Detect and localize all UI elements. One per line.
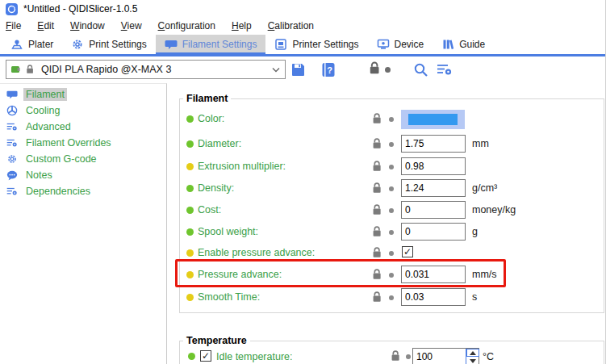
tab-label: Filament Settings	[182, 39, 257, 50]
sidebar-item-label: Filament Overrides	[23, 136, 114, 149]
modified-dot	[186, 207, 194, 214]
lock-icon[interactable]	[372, 204, 382, 215]
sidebar-item-custom-gcode[interactable]: Custom G-code	[0, 151, 166, 167]
sync-dot[interactable]	[389, 295, 394, 300]
sidebar-item-dependencies[interactable]: Dependencies	[0, 183, 166, 199]
density-input[interactable]	[401, 179, 466, 197]
idle-temperature-checkbox[interactable]: ✓	[200, 350, 211, 362]
setting-unit: money/kg	[472, 204, 516, 215]
sync-dot[interactable]	[389, 142, 394, 147]
menu-help[interactable]: Help	[226, 19, 260, 34]
modified-dot	[188, 353, 195, 360]
sidebar-item-filament[interactable]: Filament	[0, 86, 166, 103]
sidebar-item-label: Dependencies	[23, 185, 93, 198]
title-bar: *Untitled - QIDISlicer-1.0.5	[0, 0, 605, 18]
search-icon[interactable]	[413, 62, 428, 80]
chevron-down-icon[interactable]	[272, 67, 280, 73]
tab-print-settings[interactable]: Print Settings	[62, 35, 155, 54]
sync-dot[interactable]	[389, 186, 394, 191]
idle-temperature-input[interactable]	[413, 349, 465, 364]
sidebar-item-filament-overrides[interactable]: Filament Overrides	[0, 135, 166, 151]
sidebar-item-label: Advanced	[23, 120, 73, 133]
color-swatch[interactable]	[401, 110, 465, 129]
lock-icon[interactable]	[372, 269, 382, 280]
setting-unit: °C	[483, 351, 494, 362]
spin-down-button[interactable]	[466, 357, 479, 364]
setting-unit: g/cm³	[472, 182, 497, 194]
modified-dot	[186, 228, 194, 236]
filament-spool-icon	[10, 64, 23, 75]
filament-icon	[6, 89, 18, 100]
help-icon[interactable]: ?	[321, 62, 336, 80]
tab-device[interactable]: Device	[368, 35, 433, 54]
menu-file[interactable]: File	[0, 19, 29, 34]
sync-dot[interactable]	[389, 117, 394, 122]
sidebar-item-cooling[interactable]: Cooling	[0, 103, 166, 119]
setting-unit: mm/s	[472, 269, 497, 280]
sync-dot[interactable]	[385, 67, 391, 73]
diameter-input[interactable]	[401, 135, 466, 153]
setting-row-smooth-time: Smooth Time: s	[180, 288, 604, 308]
menu-configuration[interactable]: Configuration	[153, 19, 224, 34]
menu-edit[interactable]: Edit	[31, 19, 62, 34]
enable-pressure-advance-checkbox[interactable]: ✓	[402, 246, 413, 257]
sidebar-item-advanced[interactable]: Advanced	[0, 119, 166, 135]
setting-label: Idle temperature:	[216, 351, 293, 362]
tab-guide[interactable]: Guide	[433, 35, 494, 54]
pressure-advance-input[interactable]	[401, 266, 466, 283]
lock-icon[interactable]	[369, 61, 380, 77]
preset-combobox[interactable]: QIDI PLA Rapido @X-MAX 3	[6, 60, 286, 79]
lock-icon[interactable]	[372, 182, 382, 194]
sync-dot[interactable]	[389, 208, 394, 213]
smooth-time-input[interactable]	[401, 288, 466, 306]
lock-icon[interactable]	[372, 291, 382, 303]
sync-dot[interactable]	[389, 273, 394, 278]
sync-dot[interactable]	[406, 354, 411, 359]
arrow-up-icon	[470, 351, 476, 355]
settings-sidebar: Filament Cooling Advanced	[0, 83, 167, 364]
setting-unit: s	[472, 291, 477, 303]
lock-icon[interactable]	[372, 138, 382, 149]
extrusion-multiplier-input[interactable]	[401, 157, 466, 175]
setting-row-color: Color:	[180, 110, 604, 129]
modified-dot	[186, 271, 194, 278]
setting-label: Diameter:	[198, 138, 241, 149]
tab-plater[interactable]: Plater	[2, 35, 62, 54]
spin-up-button[interactable]	[466, 349, 479, 357]
lock-icon	[26, 65, 34, 74]
gear-icon	[71, 38, 84, 51]
sync-dot[interactable]	[389, 251, 394, 256]
lock-icon[interactable]	[372, 113, 382, 124]
tab-filament-settings[interactable]: Filament Settings	[156, 35, 266, 54]
color-swatch-value	[408, 114, 458, 125]
setting-label: Pressure advance:	[198, 269, 282, 280]
setting-row-cost: Cost: money/kg	[180, 201, 604, 220]
setting-row-spool-weight: Spool weight: g	[180, 223, 604, 242]
setting-row-idle-temperature: ✓ Idle temperature: °C	[180, 344, 604, 363]
menu-view[interactable]: View	[115, 19, 150, 34]
sidebar-item-label: Cooling	[23, 104, 62, 117]
save-icon[interactable]	[290, 62, 306, 80]
spool-weight-input[interactable]	[401, 223, 466, 241]
lock-icon[interactable]	[372, 247, 382, 258]
cost-input[interactable]	[401, 201, 466, 219]
lock-icon[interactable]	[372, 226, 382, 237]
menu-window[interactable]: Window	[65, 19, 113, 34]
tab-label: Print Settings	[89, 39, 146, 50]
menu-calibration[interactable]: Calibration	[262, 19, 322, 34]
lock-icon[interactable]	[372, 161, 382, 172]
setting-label: Extrusion multiplier:	[198, 161, 286, 172]
sync-dot[interactable]	[389, 230, 394, 235]
modified-dot	[186, 115, 194, 123]
sidebar-item-notes[interactable]: Notes	[0, 167, 166, 183]
printer-icon	[274, 38, 287, 51]
app-logo-icon	[6, 3, 18, 15]
tab-printer-settings[interactable]: Printer Settings	[265, 35, 367, 54]
setting-row-enable-pressure-advance: Enable pressure advance: ✓	[180, 244, 604, 263]
tab-label: Device	[395, 39, 424, 50]
sync-dot[interactable]	[389, 165, 394, 169]
lock-icon[interactable]	[391, 350, 400, 364]
setting-row-pressure-advance: Pressure advance: mm/s	[180, 266, 604, 285]
filament-section: Filament Color: Diameter: mm Extrusion m…	[179, 98, 604, 313]
settings-search-icon[interactable]	[437, 62, 453, 79]
